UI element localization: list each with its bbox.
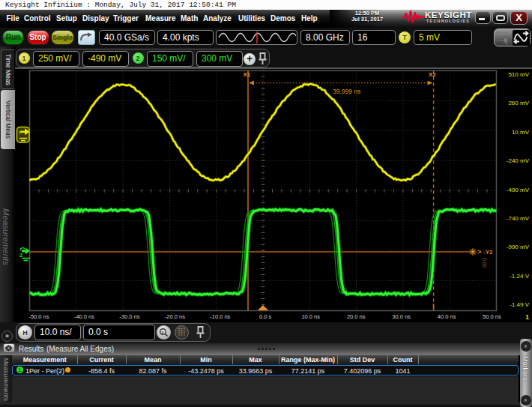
svg-text:10.0 ns: 10.0 ns <box>301 313 320 320</box>
svg-text:1: 1 <box>525 313 529 321</box>
svg-text:0.0 s: 0.0 s <box>259 313 272 320</box>
svg-text:30.0 ns: 30.0 ns <box>392 313 411 320</box>
svg-text:260 mV: 260 mV <box>508 100 529 106</box>
svg-text:-20.0 ns: -20.0 ns <box>165 313 185 320</box>
svg-text:-740 mV: -740 mV <box>507 215 530 222</box>
svg-text:X1: X1 <box>244 71 251 78</box>
svg-text:-1.49 V: -1.49 V <box>510 301 529 308</box>
svg-text:-1.24 V: -1.24 V <box>510 273 529 280</box>
svg-text:z: z <box>162 330 164 334</box>
svg-text:>: > <box>477 248 481 256</box>
svg-text:2: 2 <box>19 252 22 259</box>
svg-text:510 mV: 510 mV <box>508 71 529 78</box>
svg-text:10 mV: 10 mV <box>512 129 530 136</box>
svg-text:X2: X2 <box>429 71 436 78</box>
svg-text:-50.0 ns: -50.0 ns <box>28 313 49 320</box>
svg-text:-490 mV: -490 mV <box>507 187 530 193</box>
svg-text:40.0 ns: 40.0 ns <box>438 313 456 320</box>
svg-text:-10.0 ns: -10.0 ns <box>210 313 230 320</box>
svg-text:50.0 ns: 50.0 ns <box>483 313 501 320</box>
svg-text:20.0 ns: 20.0 ns <box>347 313 366 320</box>
svg-text:-30.0 ns: -30.0 ns <box>119 313 139 320</box>
svg-text:-990 mV: -990 mV <box>507 244 530 250</box>
svg-text:-Y2: -Y2 <box>483 249 493 256</box>
svg-text:39.999 ns: 39.999 ns <box>333 88 360 95</box>
svg-text:-240 mV: -240 mV <box>507 157 530 164</box>
svg-text:-40.0 ns: -40.0 ns <box>74 313 94 320</box>
svg-text:0.00: 0.00 <box>482 258 487 268</box>
svg-text:1: 1 <box>19 130 22 135</box>
